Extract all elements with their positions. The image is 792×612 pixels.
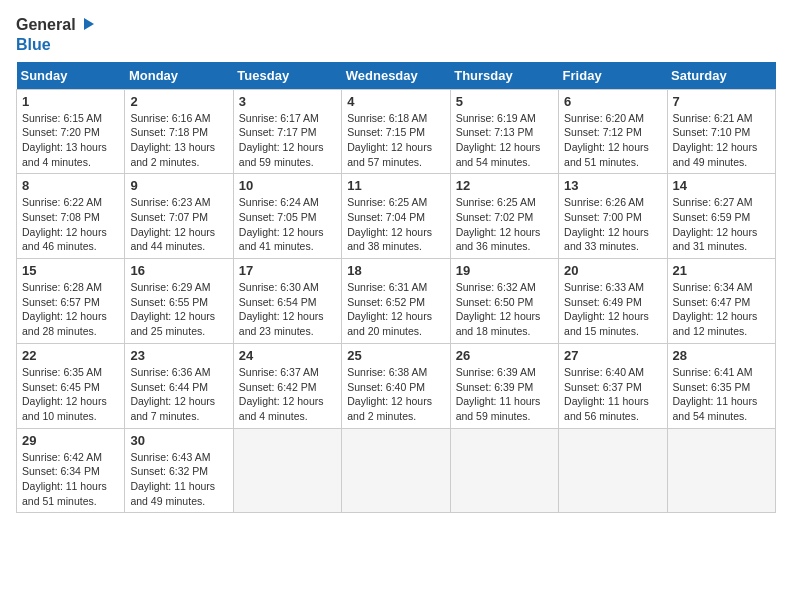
calendar-day-26: 26 Sunrise: 6:39 AMSunset: 6:39 PMDaylig…: [450, 343, 558, 428]
day-number: 10: [239, 178, 336, 193]
calendar-day-14: 14 Sunrise: 6:27 AMSunset: 6:59 PMDaylig…: [667, 174, 775, 259]
day-number: 27: [564, 348, 661, 363]
day-number: 26: [456, 348, 553, 363]
day-info: Sunrise: 6:27 AMSunset: 6:59 PMDaylight:…: [673, 196, 758, 252]
calendar-day-13: 13 Sunrise: 6:26 AMSunset: 7:00 PMDaylig…: [559, 174, 667, 259]
empty-cell: [450, 428, 558, 513]
day-number: 22: [22, 348, 119, 363]
calendar-day-22: 22 Sunrise: 6:35 AMSunset: 6:45 PMDaylig…: [17, 343, 125, 428]
empty-cell: [233, 428, 341, 513]
calendar-day-18: 18 Sunrise: 6:31 AMSunset: 6:52 PMDaylig…: [342, 259, 450, 344]
day-info: Sunrise: 6:20 AMSunset: 7:12 PMDaylight:…: [564, 112, 649, 168]
calendar-day-3: 3 Sunrise: 6:17 AMSunset: 7:17 PMDayligh…: [233, 89, 341, 174]
col-header-tuesday: Tuesday: [233, 62, 341, 90]
svg-marker-0: [84, 18, 94, 30]
empty-cell: [667, 428, 775, 513]
day-number: 28: [673, 348, 770, 363]
day-number: 6: [564, 94, 661, 109]
day-number: 19: [456, 263, 553, 278]
col-header-friday: Friday: [559, 62, 667, 90]
calendar-day-23: 23 Sunrise: 6:36 AMSunset: 6:44 PMDaylig…: [125, 343, 233, 428]
day-number: 3: [239, 94, 336, 109]
calendar-day-17: 17 Sunrise: 6:30 AMSunset: 6:54 PMDaylig…: [233, 259, 341, 344]
day-info: Sunrise: 6:16 AMSunset: 7:18 PMDaylight:…: [130, 112, 215, 168]
page-header: General Blue: [16, 16, 776, 54]
day-info: Sunrise: 6:41 AMSunset: 6:35 PMDaylight:…: [673, 366, 758, 422]
day-info: Sunrise: 6:39 AMSunset: 6:39 PMDaylight:…: [456, 366, 541, 422]
day-info: Sunrise: 6:26 AMSunset: 7:00 PMDaylight:…: [564, 196, 649, 252]
day-info: Sunrise: 6:40 AMSunset: 6:37 PMDaylight:…: [564, 366, 649, 422]
day-info: Sunrise: 6:25 AMSunset: 7:02 PMDaylight:…: [456, 196, 541, 252]
calendar-table: SundayMondayTuesdayWednesdayThursdayFrid…: [16, 62, 776, 514]
calendar-day-19: 19 Sunrise: 6:32 AMSunset: 6:50 PMDaylig…: [450, 259, 558, 344]
calendar-day-21: 21 Sunrise: 6:34 AMSunset: 6:47 PMDaylig…: [667, 259, 775, 344]
calendar-day-30: 30 Sunrise: 6:43 AMSunset: 6:32 PMDaylig…: [125, 428, 233, 513]
day-info: Sunrise: 6:17 AMSunset: 7:17 PMDaylight:…: [239, 112, 324, 168]
day-number: 1: [22, 94, 119, 109]
day-info: Sunrise: 6:30 AMSunset: 6:54 PMDaylight:…: [239, 281, 324, 337]
calendar-day-10: 10 Sunrise: 6:24 AMSunset: 7:05 PMDaylig…: [233, 174, 341, 259]
day-info: Sunrise: 6:23 AMSunset: 7:07 PMDaylight:…: [130, 196, 215, 252]
day-info: Sunrise: 6:19 AMSunset: 7:13 PMDaylight:…: [456, 112, 541, 168]
day-info: Sunrise: 6:36 AMSunset: 6:44 PMDaylight:…: [130, 366, 215, 422]
col-header-monday: Monday: [125, 62, 233, 90]
day-number: 15: [22, 263, 119, 278]
calendar-day-2: 2 Sunrise: 6:16 AMSunset: 7:18 PMDayligh…: [125, 89, 233, 174]
day-info: Sunrise: 6:42 AMSunset: 6:34 PMDaylight:…: [22, 451, 107, 507]
day-info: Sunrise: 6:31 AMSunset: 6:52 PMDaylight:…: [347, 281, 432, 337]
day-number: 24: [239, 348, 336, 363]
day-number: 9: [130, 178, 227, 193]
day-number: 18: [347, 263, 444, 278]
day-number: 30: [130, 433, 227, 448]
flag-icon: [80, 16, 96, 36]
day-info: Sunrise: 6:18 AMSunset: 7:15 PMDaylight:…: [347, 112, 432, 168]
col-header-saturday: Saturday: [667, 62, 775, 90]
calendar-day-28: 28 Sunrise: 6:41 AMSunset: 6:35 PMDaylig…: [667, 343, 775, 428]
day-number: 5: [456, 94, 553, 109]
day-info: Sunrise: 6:32 AMSunset: 6:50 PMDaylight:…: [456, 281, 541, 337]
day-info: Sunrise: 6:35 AMSunset: 6:45 PMDaylight:…: [22, 366, 107, 422]
logo-image: General Blue: [16, 16, 96, 54]
calendar-day-1: 1 Sunrise: 6:15 AMSunset: 7:20 PMDayligh…: [17, 89, 125, 174]
calendar-day-4: 4 Sunrise: 6:18 AMSunset: 7:15 PMDayligh…: [342, 89, 450, 174]
day-info: Sunrise: 6:38 AMSunset: 6:40 PMDaylight:…: [347, 366, 432, 422]
empty-cell: [559, 428, 667, 513]
calendar-day-5: 5 Sunrise: 6:19 AMSunset: 7:13 PMDayligh…: [450, 89, 558, 174]
day-number: 20: [564, 263, 661, 278]
col-header-wednesday: Wednesday: [342, 62, 450, 90]
day-info: Sunrise: 6:34 AMSunset: 6:47 PMDaylight:…: [673, 281, 758, 337]
day-number: 2: [130, 94, 227, 109]
calendar-day-12: 12 Sunrise: 6:25 AMSunset: 7:02 PMDaylig…: [450, 174, 558, 259]
day-info: Sunrise: 6:25 AMSunset: 7:04 PMDaylight:…: [347, 196, 432, 252]
calendar-day-16: 16 Sunrise: 6:29 AMSunset: 6:55 PMDaylig…: [125, 259, 233, 344]
day-number: 14: [673, 178, 770, 193]
day-info: Sunrise: 6:21 AMSunset: 7:10 PMDaylight:…: [673, 112, 758, 168]
day-info: Sunrise: 6:37 AMSunset: 6:42 PMDaylight:…: [239, 366, 324, 422]
day-info: Sunrise: 6:24 AMSunset: 7:05 PMDaylight:…: [239, 196, 324, 252]
day-number: 4: [347, 94, 444, 109]
day-number: 12: [456, 178, 553, 193]
col-header-thursday: Thursday: [450, 62, 558, 90]
day-number: 8: [22, 178, 119, 193]
logo: General Blue: [16, 16, 96, 54]
day-number: 17: [239, 263, 336, 278]
calendar-day-9: 9 Sunrise: 6:23 AMSunset: 7:07 PMDayligh…: [125, 174, 233, 259]
day-number: 29: [22, 433, 119, 448]
empty-cell: [342, 428, 450, 513]
day-info: Sunrise: 6:33 AMSunset: 6:49 PMDaylight:…: [564, 281, 649, 337]
calendar-day-29: 29 Sunrise: 6:42 AMSunset: 6:34 PMDaylig…: [17, 428, 125, 513]
day-number: 11: [347, 178, 444, 193]
day-number: 16: [130, 263, 227, 278]
day-number: 21: [673, 263, 770, 278]
day-number: 23: [130, 348, 227, 363]
day-number: 25: [347, 348, 444, 363]
day-info: Sunrise: 6:15 AMSunset: 7:20 PMDaylight:…: [22, 112, 107, 168]
calendar-day-11: 11 Sunrise: 6:25 AMSunset: 7:04 PMDaylig…: [342, 174, 450, 259]
day-info: Sunrise: 6:29 AMSunset: 6:55 PMDaylight:…: [130, 281, 215, 337]
day-info: Sunrise: 6:28 AMSunset: 6:57 PMDaylight:…: [22, 281, 107, 337]
col-header-sunday: Sunday: [17, 62, 125, 90]
day-number: 7: [673, 94, 770, 109]
calendar-day-20: 20 Sunrise: 6:33 AMSunset: 6:49 PMDaylig…: [559, 259, 667, 344]
calendar-day-27: 27 Sunrise: 6:40 AMSunset: 6:37 PMDaylig…: [559, 343, 667, 428]
calendar-day-24: 24 Sunrise: 6:37 AMSunset: 6:42 PMDaylig…: [233, 343, 341, 428]
